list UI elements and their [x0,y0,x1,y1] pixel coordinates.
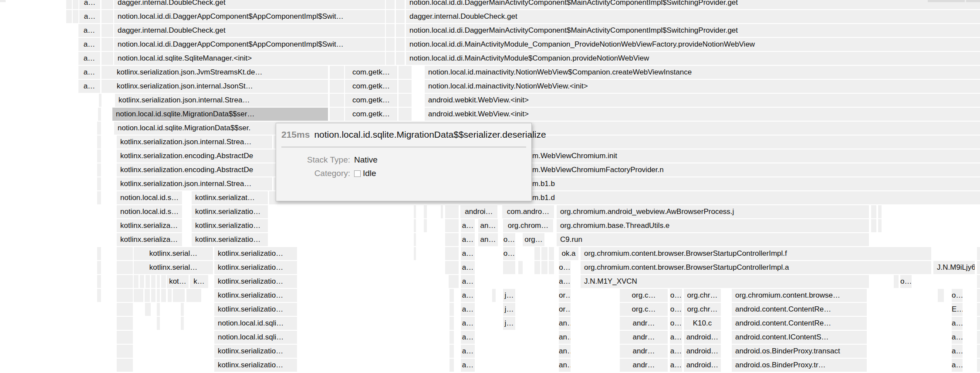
flame-bar[interactable]: ok.a [559,247,578,260]
flame-bar[interactable] [73,10,78,23]
flame-bar[interactable]: a… [78,80,100,93]
flame-bar[interactable] [134,275,139,288]
flame-bar[interactable]: android.os.BinderProxy.tr… [732,359,867,372]
flame-bar[interactable]: a… [461,331,475,344]
flame-bar[interactable]: o… [503,247,515,260]
flame-bar[interactable]: J.N.M1Y_XVCN [581,275,869,288]
flame-bar[interactable] [445,233,459,246]
flame-bar[interactable]: a… [461,275,475,288]
flame-bar[interactable] [97,191,101,204]
flame-bar[interactable] [399,80,412,93]
flame-bar[interactable]: a… [461,261,475,274]
flame-bar[interactable] [97,177,101,190]
flame-bar[interactable] [97,275,101,288]
flame-bar[interactable] [330,80,344,93]
flame-bar[interactable] [492,289,496,302]
flame-bar[interactable] [101,24,113,37]
flame-bar[interactable]: k… [190,275,208,288]
flame-bar[interactable] [541,247,547,260]
flame-bar[interactable] [97,163,101,176]
flame-bar[interactable]: a… [461,345,475,358]
flame-bar[interactable]: a… [461,247,475,260]
flame-bar[interactable] [140,275,144,288]
flame-bar[interactable]: o… [670,317,682,330]
flame-bar[interactable] [445,205,459,218]
flame-bar[interactable] [66,10,72,23]
flame-bar[interactable]: o… [900,275,912,288]
flame-bar[interactable]: an… [478,219,498,232]
flame-bar[interactable]: kotlinx.serialization.json.internal.Stre… [117,136,272,149]
flame-bar[interactable] [97,149,101,163]
flame-bar[interactable]: an… [559,345,571,358]
flame-bar[interactable] [445,247,459,260]
flame-bar[interactable] [878,205,882,218]
flame-bar[interactable]: notion.local.id.di.DaggerAppComponent$Ap… [114,38,385,51]
flame-bar[interactable]: a… [461,303,475,316]
flame-bar[interactable]: a… [461,289,475,302]
flame-bar[interactable] [449,289,454,302]
flame-bar[interactable]: notion.local.id.sqlite.MigrationData$$se… [112,108,328,121]
flame-bar[interactable] [534,247,540,260]
flame-bar[interactable]: E… [952,303,963,316]
flame-bar[interactable]: andr… [620,359,668,372]
flame-bar[interactable] [871,219,876,232]
flame-bar[interactable] [117,303,133,316]
flame-bar[interactable]: org… [523,233,544,246]
flame-bar[interactable]: kotlinx.serializatio… [192,205,268,218]
flame-bar[interactable]: android.webkit.WebView.<init> [425,108,980,121]
flame-bar[interactable]: o… [952,289,963,302]
flame-bar[interactable] [386,38,395,51]
flame-bar[interactable] [386,10,395,23]
flame-bar[interactable]: C9.run [557,233,869,246]
flame-bar[interactable]: android.webkit.WebView.<init> [425,94,980,107]
flame-bar[interactable] [449,317,454,330]
flame-bar-clipped[interactable] [966,0,980,2]
flame-bar[interactable]: android… [684,345,721,358]
flame-bar[interactable] [151,289,155,302]
flame-bar[interactable] [396,10,405,23]
flame-bar[interactable] [101,80,113,93]
flame-bar[interactable] [101,52,113,65]
flame-bar[interactable] [414,247,416,260]
flame-bar[interactable]: android.content.IContentS… [732,331,867,344]
flame-bar[interactable] [938,289,944,302]
flame-bar[interactable]: android… [684,359,721,372]
flame-bar[interactable] [414,205,416,218]
flame-bar[interactable]: kotlinx.serializat… [192,191,268,204]
flame-bar[interactable]: a… [670,331,682,344]
flame-bar[interactable] [441,205,443,218]
flame-bar[interactable]: notion.local.id.mainactivity.NotionWebVi… [425,66,980,79]
flame-bar[interactable] [399,66,412,79]
flame-bar[interactable] [449,331,454,344]
flame-bar[interactable] [399,94,412,107]
flame-bar[interactable] [99,94,101,107]
flame-bar[interactable]: org.chrom… [503,219,553,232]
flame-bar[interactable]: kotlinx.serial… [134,247,213,260]
flame-bar[interactable]: a… [952,317,963,330]
flame-bar[interactable] [145,303,151,316]
flame-bar[interactable]: j… [503,303,515,316]
flame-bar[interactable] [396,0,405,9]
flame-bar[interactable] [181,317,184,330]
flame-bar[interactable] [977,331,980,344]
flame-bar[interactable] [977,303,980,316]
flame-bar[interactable]: an… [478,233,498,246]
flame-bar[interactable] [73,0,78,9]
flame-bar[interactable]: com.getk… [345,94,397,107]
flame-bar[interactable] [173,289,185,302]
flame-bar[interactable] [878,219,882,232]
flame-bar[interactable] [449,345,454,358]
flame-bar[interactable]: an… [559,359,571,372]
flame-bar[interactable] [977,345,980,358]
flame-bar[interactable]: a… [78,52,100,65]
flame-bar[interactable]: notion.local.id.s… [117,191,182,204]
flame-bar[interactable]: kotlinx.serialization.encoding.AbstractD… [117,149,980,163]
flame-bar[interactable]: a… [78,38,100,51]
flame-bar[interactable]: kotlinx.serializatio… [214,261,297,274]
flame-bar[interactable] [414,219,416,232]
flame-bar[interactable]: dagger.internal.DoubleCheck.get [406,10,980,23]
flame-bar[interactable] [894,275,899,288]
flame-bar[interactable]: org.chromium.base.ThreadUtils.e [557,219,869,232]
flame-bar[interactable] [157,289,160,302]
flame-bar[interactable] [157,317,160,330]
